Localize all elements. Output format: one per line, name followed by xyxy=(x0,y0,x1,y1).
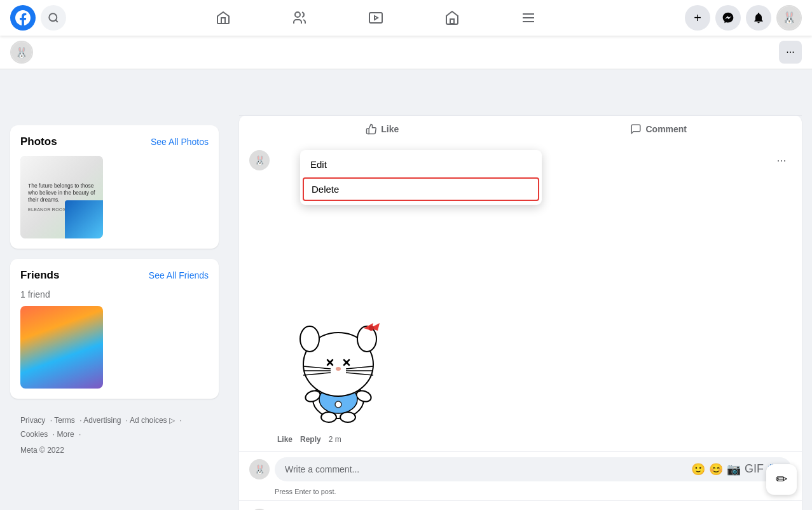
svg-rect-3 xyxy=(369,13,382,23)
see-all-friends-link[interactable]: See All Friends xyxy=(149,270,209,280)
comment-actions: Like Reply 2 m xyxy=(249,435,792,444)
user-avatar-comment: 🐰 xyxy=(249,459,270,479)
comment-label: Comment xyxy=(645,124,687,134)
svg-point-16 xyxy=(335,401,341,408)
footer-links: Privacy · Terms · Advertising · Ad choic… xyxy=(10,409,219,468)
svg-point-12 xyxy=(321,412,336,422)
floating-compose-button[interactable]: ✏ xyxy=(766,464,797,495)
svg-point-2 xyxy=(295,12,300,17)
left-sidebar: Photos See All Photos The future belongs… xyxy=(0,115,229,510)
comment-button[interactable]: Comment xyxy=(521,118,797,140)
add-button[interactable]: + xyxy=(685,5,710,31)
like-label: Like xyxy=(381,124,399,134)
edit-menu-item[interactable]: Edit xyxy=(300,153,542,176)
friends-card-header: Friends See All Friends xyxy=(20,269,209,282)
comment-body: ··· Edit Delete xyxy=(275,150,792,427)
sticker-icon[interactable]: 🙂 xyxy=(691,462,705,476)
like-button[interactable]: Like xyxy=(244,118,521,140)
compose-icon: ✏ xyxy=(776,471,787,488)
post-card: Like Comment 🐰 ··· xyxy=(239,115,802,510)
svg-marker-4 xyxy=(375,16,378,20)
bottom-post-row: 🐰 updated her profile picture. ··· xyxy=(239,500,802,510)
footer-privacy-link[interactable]: Privacy xyxy=(20,416,45,425)
friends-card: Friends See All Friends 1 friend xyxy=(10,259,219,399)
profile-avatar[interactable]: 🐰 xyxy=(776,5,802,31)
svg-point-18 xyxy=(300,326,319,352)
friends-title: Friends xyxy=(20,269,59,282)
comment-reply-button[interactable]: Reply xyxy=(300,435,321,444)
footer-copyright: Meta © 2022 xyxy=(20,444,209,458)
nav-marketplace-button[interactable] xyxy=(416,3,488,33)
svg-point-13 xyxy=(340,412,355,422)
topnav-right: + 🐰 xyxy=(685,5,802,31)
delete-menu-item[interactable]: Delete xyxy=(303,177,539,201)
commenter-avatar[interactable]: 🐰 xyxy=(249,150,270,170)
hello-kitty-image xyxy=(275,272,402,425)
messenger-button[interactable] xyxy=(715,5,741,31)
search-button[interactable] xyxy=(41,5,66,31)
profile-strip: 🐰 ··· xyxy=(0,36,812,69)
topnav-center xyxy=(66,3,685,33)
friends-count: 1 friend xyxy=(20,289,209,300)
nav-home-button[interactable] xyxy=(188,3,259,33)
topnav: + 🐰 xyxy=(0,0,812,36)
see-all-photos-link[interactable]: See All Photos xyxy=(151,137,209,147)
photos-grid: The future belongs to those who believe … xyxy=(20,156,209,238)
comment-dropdown-menu: Edit Delete xyxy=(300,150,542,205)
footer-advertising-link[interactable]: Advertising xyxy=(83,416,121,425)
comment-input-box[interactable]: Write a comment... 🙂 😊 📷 GIF 🐾 xyxy=(275,457,792,481)
photo-decoration xyxy=(65,200,103,238)
nav-friends-button[interactable] xyxy=(264,3,335,33)
svg-point-19 xyxy=(357,326,376,352)
svg-point-0 xyxy=(49,13,57,21)
svg-rect-5 xyxy=(450,19,454,24)
photos-card-header: Photos See All Photos xyxy=(20,135,209,148)
photos-card: Photos See All Photos The future belongs… xyxy=(10,125,219,249)
main-layout: Photos See All Photos The future belongs… xyxy=(0,69,812,510)
footer-cookies-link[interactable]: Cookies xyxy=(20,430,48,439)
camera-icon[interactable]: 📷 xyxy=(727,462,741,476)
comment-placeholder: Write a comment... xyxy=(285,464,359,474)
comment-section: 🐰 ··· Edit Delete xyxy=(239,142,802,451)
topnav-left xyxy=(10,5,66,31)
svg-point-27 xyxy=(336,367,341,371)
comment-image-container xyxy=(275,272,792,427)
action-bar: Like Comment xyxy=(239,115,802,142)
comment-more-button[interactable]: ··· xyxy=(771,150,792,170)
footer-link-row: Privacy · Terms · Advertising · Ad choic… xyxy=(20,414,209,441)
footer-adchoices-link[interactable]: Ad choices ▷ xyxy=(130,416,175,425)
friend-thumb-1[interactable] xyxy=(20,306,103,389)
right-content: Like Comment 🐰 ··· xyxy=(229,115,812,510)
comment-like-button[interactable]: Like xyxy=(277,435,292,444)
gif-icon[interactable]: GIF xyxy=(745,462,764,476)
comment-row: 🐰 ··· Edit Delete xyxy=(249,150,792,427)
nav-watch-button[interactable] xyxy=(340,3,411,33)
comment-time: 2 m xyxy=(329,435,341,444)
footer-more-link[interactable]: More xyxy=(57,430,74,439)
notifications-button[interactable] xyxy=(746,5,771,31)
press-enter-hint: Press Enter to post. xyxy=(239,486,802,500)
svg-line-1 xyxy=(55,20,57,22)
photos-title: Photos xyxy=(20,135,57,148)
footer-terms-link[interactable]: Terms xyxy=(54,416,75,425)
profile-strip-avatar[interactable]: 🐰 xyxy=(10,41,33,64)
emoji-icon[interactable]: 😊 xyxy=(709,462,723,476)
profile-strip-more-button[interactable]: ··· xyxy=(779,41,802,64)
friend-grid xyxy=(20,306,209,389)
svg-point-22 xyxy=(369,326,374,331)
nav-menu-button[interactable] xyxy=(493,3,564,33)
photo-thumb-1[interactable]: The future belongs to those who believe … xyxy=(20,156,103,238)
facebook-logo[interactable] xyxy=(10,5,36,31)
write-comment-row: 🐰 Write a comment... 🙂 😊 📷 GIF 🐾 xyxy=(239,451,802,486)
